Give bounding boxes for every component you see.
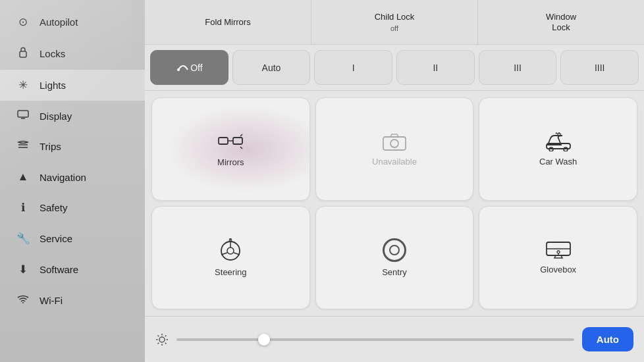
- window-lock-label: WindowLock: [546, 12, 576, 32]
- child-lock-label: Child Lock: [375, 12, 415, 22]
- glovebox-tile[interactable]: Glovebox: [479, 206, 637, 309]
- sentry-ring: [383, 238, 406, 262]
- sidebar-label-software: Software: [40, 264, 78, 275]
- sidebar-label-navigation: Navigation: [40, 172, 86, 183]
- software-icon: ⬇: [16, 263, 30, 276]
- autopilot-icon: ⊙: [16, 15, 30, 29]
- svg-rect-6: [233, 138, 242, 144]
- wiper-auto-button[interactable]: Auto: [232, 50, 311, 85]
- car-wash-icon: [544, 132, 573, 151]
- svg-line-26: [165, 342, 167, 344]
- svg-line-27: [165, 335, 167, 336]
- car-wash-tile[interactable]: Car Wash: [479, 97, 637, 201]
- mirrors-label: Mirrors: [217, 157, 244, 167]
- navigation-icon: ▲: [16, 170, 30, 184]
- sidebar-item-lights[interactable]: ✳ Lights: [0, 70, 145, 101]
- sentry-icon: [383, 238, 406, 262]
- sidebar-item-trips[interactable]: Trips: [0, 131, 145, 162]
- glovebox-label: Glovebox: [540, 265, 576, 274]
- wiper-speed1-button[interactable]: I: [314, 50, 392, 85]
- display-icon: [16, 109, 30, 122]
- brightness-slider[interactable]: [176, 338, 574, 341]
- car-wash-label: Car Wash: [539, 157, 577, 167]
- sidebar-item-wifi[interactable]: Wi-Fi: [0, 285, 145, 315]
- wiper-speed2-label: II: [433, 63, 438, 73]
- main-content: Fold Mirrors Child Lock off WindowLock O…: [145, 0, 644, 362]
- tiles-grid: Mirrors Unavailable: [145, 91, 644, 316]
- svg-rect-0: [20, 51, 26, 57]
- svg-point-11: [564, 147, 568, 151]
- svg-point-8: [390, 140, 398, 147]
- sidebar-item-software[interactable]: ⬇ Software: [0, 254, 145, 285]
- steering-tile[interactable]: Steering: [151, 206, 310, 309]
- auto-button-label: Auto: [597, 334, 619, 345]
- fold-mirrors-label: Fold Mirrors: [205, 17, 250, 28]
- wifi-icon: [16, 294, 30, 307]
- sidebar-item-navigation[interactable]: ▲ Navigation: [0, 162, 145, 192]
- wiper-speed2-button[interactable]: II: [396, 50, 475, 85]
- svg-rect-7: [383, 137, 406, 150]
- lights-icon: ✳: [16, 78, 30, 92]
- wiper-speed3-button[interactable]: III: [479, 50, 557, 85]
- sidebar-item-service[interactable]: 🔧 Service: [0, 223, 145, 254]
- svg-point-13: [227, 247, 234, 254]
- wiper-auto-label: Auto: [262, 63, 281, 73]
- svg-point-3: [22, 302, 24, 303]
- sidebar-label-safety: Safety: [40, 202, 68, 213]
- sidebar-label-wifi: Wi-Fi: [40, 295, 63, 306]
- sidebar-label-autopilot: Autopilot: [40, 16, 78, 28]
- sidebar: ⊙ Autopilot Locks ✳ Lights Display: [0, 0, 145, 362]
- auto-button[interactable]: Auto: [582, 327, 633, 351]
- unavailable-label: Unavailable: [372, 157, 417, 167]
- wiper-speed1-label: I: [352, 63, 355, 73]
- sentry-inner-ring: [389, 245, 400, 255]
- sidebar-item-autopilot[interactable]: ⊙ Autopilot: [0, 7, 145, 38]
- sidebar-label-display: Display: [40, 111, 72, 122]
- sidebar-label-locks: Locks: [40, 48, 65, 59]
- svg-line-25: [158, 335, 159, 336]
- window-lock-button[interactable]: WindowLock: [478, 0, 644, 44]
- svg-rect-1: [18, 111, 28, 117]
- wiper-speed4-button[interactable]: IIII: [560, 50, 639, 85]
- sidebar-label-lights: Lights: [40, 80, 66, 91]
- wiper-speed-row: Off Auto I II III IIII: [145, 45, 644, 91]
- top-bar: Fold Mirrors Child Lock off WindowLock: [145, 0, 644, 45]
- bottom-bar: Auto: [145, 316, 644, 362]
- mirror-icon: [217, 131, 244, 152]
- unavailable-tile[interactable]: Unavailable: [315, 97, 474, 201]
- svg-point-19: [557, 251, 560, 253]
- sidebar-item-locks[interactable]: Locks: [0, 38, 145, 70]
- sidebar-item-display[interactable]: Display: [0, 101, 145, 131]
- wiper-off-button[interactable]: Off: [150, 50, 228, 85]
- wiper-icon: [176, 61, 190, 75]
- mirrors-tile[interactable]: Mirrors: [151, 97, 310, 201]
- steering-icon: [219, 238, 242, 262]
- camera-icon: [382, 132, 407, 151]
- fold-mirrors-button[interactable]: Fold Mirrors: [145, 0, 311, 44]
- brightness-low-icon: [155, 333, 169, 346]
- svg-line-28: [158, 342, 159, 344]
- service-icon: 🔧: [16, 232, 30, 246]
- svg-rect-5: [219, 138, 228, 144]
- sidebar-label-service: Service: [40, 233, 72, 244]
- wiper-off-label: Off: [190, 63, 202, 73]
- svg-point-10: [549, 147, 553, 151]
- safety-icon: ℹ: [16, 201, 30, 215]
- lock-icon: [16, 46, 30, 61]
- brightness-slider-thumb[interactable]: [258, 334, 270, 346]
- trips-icon: [16, 140, 30, 153]
- svg-point-4: [177, 68, 180, 71]
- sentry-tile[interactable]: Sentry: [315, 206, 474, 309]
- glovebox-icon: [545, 241, 572, 259]
- sentry-label: Sentry: [382, 267, 407, 277]
- child-lock-sublabel: off: [390, 24, 398, 32]
- sidebar-label-trips: Trips: [40, 141, 61, 152]
- svg-point-20: [159, 337, 165, 342]
- steering-label: Steering: [215, 267, 246, 277]
- wiper-speed4-label: IIII: [595, 63, 605, 73]
- sidebar-item-safety[interactable]: ℹ Safety: [0, 192, 145, 223]
- wiper-speed3-label: III: [514, 63, 522, 73]
- child-lock-button[interactable]: Child Lock off: [311, 0, 478, 44]
